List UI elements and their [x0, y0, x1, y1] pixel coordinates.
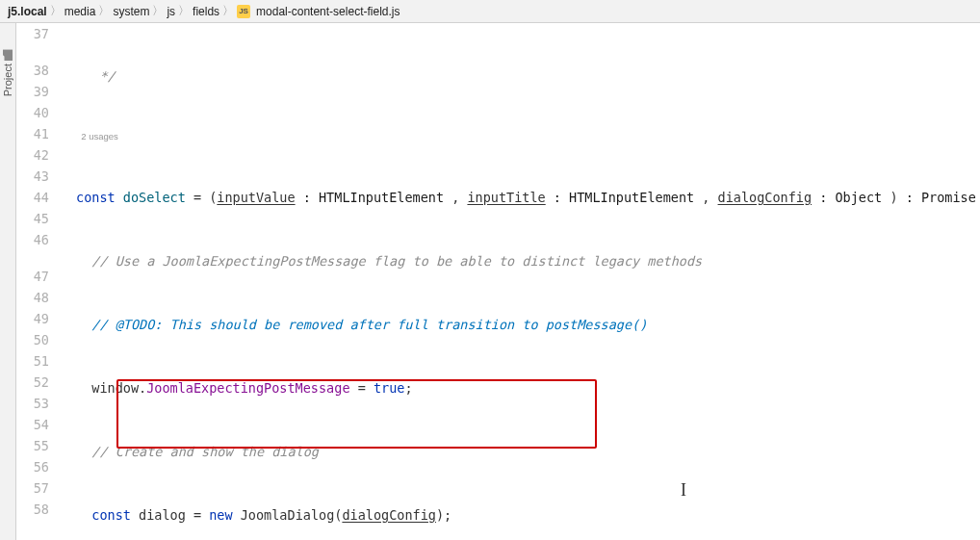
crumb-js[interactable]: js: [167, 5, 175, 18]
mouse-cursor-icon: I: [681, 479, 686, 501]
crumb-file[interactable]: JSmodal-content-select-field.js: [237, 5, 400, 18]
crumb-root[interactable]: j5.local: [8, 5, 47, 18]
chevron-right-icon: 〉: [178, 3, 190, 19]
fold-column[interactable]: [63, 23, 76, 540]
crumb-fields[interactable]: fields: [193, 5, 219, 18]
crumb-system[interactable]: system: [113, 5, 149, 18]
usages-hint[interactable]: 2 usages: [81, 126, 118, 147]
code-text: */: [99, 65, 115, 87]
sidebar-tab-project[interactable]: Project: [0, 42, 15, 104]
breadcrumb[interactable]: j5.local 〉 media 〉 system 〉 js 〉 fields …: [0, 0, 980, 23]
code-area[interactable]: */ 2 usages const doSelect = (inputValue…: [76, 23, 980, 540]
chevron-right-icon: 〉: [222, 3, 234, 19]
chevron-right-icon: 〉: [98, 3, 110, 19]
crumb-media[interactable]: media: [64, 5, 96, 18]
folder-icon: [3, 49, 13, 61]
chevron-right-icon: 〉: [152, 3, 164, 19]
chevron-right-icon: 〉: [50, 3, 62, 19]
gutter[interactable]: 37 38 39 40 41 42 43 44 45 46 47 48 49 5…: [16, 23, 63, 540]
code-editor[interactable]: 37 38 39 40 41 42 43 44 45 46 47 48 49 5…: [16, 23, 980, 540]
sidebar: Project: [0, 23, 16, 540]
js-file-icon: JS: [237, 5, 250, 18]
